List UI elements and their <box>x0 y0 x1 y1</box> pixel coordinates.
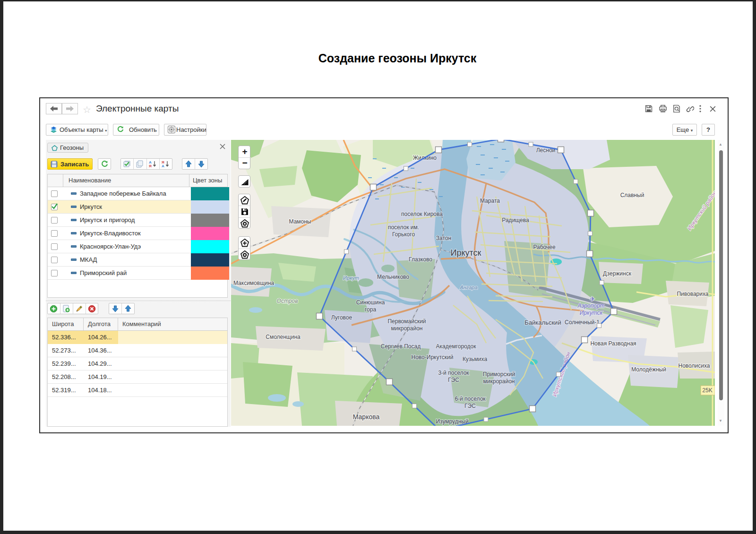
svg-text:Смоленщина: Смоленщина <box>266 334 301 340</box>
svg-text:Я: Я <box>149 164 152 168</box>
svg-text:Максимовщина: Максимовщина <box>233 280 274 286</box>
svg-text:А: А <box>162 164 164 168</box>
svg-text:Пивовариха: Пивовариха <box>677 291 708 297</box>
svg-text:Новая Разводная: Новая Разводная <box>590 340 636 347</box>
svg-text:Молодёжный: Молодёжный <box>631 366 666 373</box>
svg-text:Славный: Славный <box>620 192 644 198</box>
svg-text:Остров: Остров <box>277 298 298 304</box>
svg-text:Мамоны: Мамоны <box>289 218 311 225</box>
svg-text:Маркова: Маркова <box>353 413 380 421</box>
svg-text:25K: 25K <box>702 387 712 394</box>
svg-text:Новолисиха: Новолисиха <box>679 362 710 369</box>
svg-text:Дзержинск: Дзержинск <box>603 270 632 277</box>
